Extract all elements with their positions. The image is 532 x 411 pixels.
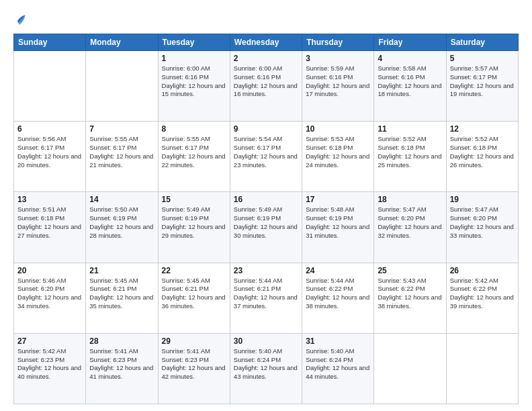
- weekday-header-thursday: Thursday: [302, 34, 374, 51]
- day-info: Sunrise: 5:41 AM Sunset: 6:23 PM Dayligh…: [89, 347, 154, 381]
- calendar-cell: 23Sunrise: 5:44 AM Sunset: 6:21 PM Dayli…: [230, 263, 302, 333]
- week-row-2: 6Sunrise: 5:56 AM Sunset: 6:17 PM Daylig…: [14, 122, 519, 192]
- calendar-cell: 17Sunrise: 5:48 AM Sunset: 6:19 PM Dayli…: [302, 192, 374, 263]
- day-info: Sunrise: 5:44 AM Sunset: 6:21 PM Dayligh…: [234, 277, 298, 311]
- calendar-cell: 2Sunrise: 6:00 AM Sunset: 6:16 PM Daylig…: [230, 51, 302, 122]
- calendar-cell: 1Sunrise: 6:00 AM Sunset: 6:16 PM Daylig…: [158, 51, 230, 122]
- calendar-cell: 13Sunrise: 5:51 AM Sunset: 6:18 PM Dayli…: [14, 192, 86, 263]
- day-number: 13: [17, 195, 82, 204]
- calendar-cell: 4Sunrise: 5:58 AM Sunset: 6:16 PM Daylig…: [374, 51, 446, 122]
- calendar-cell: [14, 51, 86, 122]
- day-info: Sunrise: 5:40 AM Sunset: 6:24 PM Dayligh…: [306, 347, 370, 381]
- weekday-header-monday: Monday: [86, 34, 158, 51]
- day-number: 23: [234, 266, 298, 275]
- calendar-cell: 25Sunrise: 5:43 AM Sunset: 6:22 PM Dayli…: [374, 263, 446, 333]
- calendar-cell: [446, 333, 518, 404]
- day-info: Sunrise: 5:47 AM Sunset: 6:20 PM Dayligh…: [378, 205, 442, 240]
- weekday-header-sunday: Sunday: [14, 34, 86, 51]
- weekday-header-friday: Friday: [374, 34, 446, 51]
- day-info: Sunrise: 5:42 AM Sunset: 6:22 PM Dayligh…: [450, 277, 515, 311]
- day-number: 11: [378, 124, 442, 134]
- day-info: Sunrise: 5:55 AM Sunset: 6:17 PM Dayligh…: [162, 135, 226, 169]
- day-info: Sunrise: 5:41 AM Sunset: 6:23 PM Dayligh…: [162, 347, 226, 381]
- day-number: 8: [162, 124, 226, 134]
- calendar-cell: 18Sunrise: 5:47 AM Sunset: 6:20 PM Dayli…: [374, 192, 446, 263]
- day-info: Sunrise: 5:54 AM Sunset: 6:17 PM Dayligh…: [234, 135, 298, 169]
- day-info: Sunrise: 5:53 AM Sunset: 6:18 PM Dayligh…: [306, 135, 370, 169]
- day-info: Sunrise: 5:52 AM Sunset: 6:18 PM Dayligh…: [450, 135, 515, 169]
- day-info: Sunrise: 6:00 AM Sunset: 6:16 PM Dayligh…: [162, 64, 226, 99]
- day-number: 27: [17, 336, 82, 346]
- calendar-cell: 7Sunrise: 5:55 AM Sunset: 6:17 PM Daylig…: [86, 122, 158, 192]
- day-info: Sunrise: 5:43 AM Sunset: 6:22 PM Dayligh…: [378, 277, 442, 311]
- week-row-1: 1Sunrise: 6:00 AM Sunset: 6:16 PM Daylig…: [14, 51, 519, 122]
- calendar-cell: 15Sunrise: 5:49 AM Sunset: 6:19 PM Dayli…: [158, 192, 230, 263]
- day-number: 28: [89, 336, 154, 346]
- day-info: Sunrise: 5:56 AM Sunset: 6:17 PM Dayligh…: [17, 135, 82, 169]
- calendar-cell: 21Sunrise: 5:45 AM Sunset: 6:21 PM Dayli…: [86, 263, 158, 333]
- calendar-cell: 26Sunrise: 5:42 AM Sunset: 6:22 PM Dayli…: [446, 263, 518, 333]
- day-info: Sunrise: 5:51 AM Sunset: 6:18 PM Dayligh…: [17, 205, 82, 240]
- day-info: Sunrise: 5:50 AM Sunset: 6:19 PM Dayligh…: [89, 205, 154, 240]
- calendar-table: SundayMondayTuesdayWednesdayThursdayFrid…: [13, 34, 519, 404]
- day-number: 17: [306, 195, 370, 204]
- day-number: 9: [234, 124, 298, 134]
- calendar-cell: [374, 333, 446, 404]
- day-number: 3: [306, 54, 370, 63]
- week-row-5: 27Sunrise: 5:42 AM Sunset: 6:23 PM Dayli…: [14, 333, 519, 404]
- day-number: 6: [17, 124, 82, 134]
- day-number: 18: [378, 195, 442, 204]
- calendar-cell: 3Sunrise: 5:59 AM Sunset: 6:16 PM Daylig…: [302, 51, 374, 122]
- day-number: 14: [89, 195, 154, 204]
- day-info: Sunrise: 5:49 AM Sunset: 6:19 PM Dayligh…: [234, 205, 298, 240]
- day-number: 15: [162, 195, 226, 204]
- day-number: 5: [450, 54, 515, 63]
- day-info: Sunrise: 5:59 AM Sunset: 6:16 PM Dayligh…: [306, 64, 370, 99]
- calendar-cell: 31Sunrise: 5:40 AM Sunset: 6:24 PM Dayli…: [302, 333, 374, 404]
- calendar-cell: 5Sunrise: 5:57 AM Sunset: 6:17 PM Daylig…: [446, 51, 518, 122]
- calendar-cell: 19Sunrise: 5:47 AM Sunset: 6:20 PM Dayli…: [446, 192, 518, 263]
- day-number: 16: [234, 195, 298, 204]
- day-info: Sunrise: 5:57 AM Sunset: 6:17 PM Dayligh…: [450, 64, 515, 99]
- calendar-cell: 6Sunrise: 5:56 AM Sunset: 6:17 PM Daylig…: [14, 122, 86, 192]
- calendar-cell: 8Sunrise: 5:55 AM Sunset: 6:17 PM Daylig…: [158, 122, 230, 192]
- weekday-header-saturday: Saturday: [446, 34, 518, 51]
- day-number: 20: [17, 266, 82, 275]
- day-info: Sunrise: 5:44 AM Sunset: 6:22 PM Dayligh…: [306, 277, 370, 311]
- calendar-cell: 30Sunrise: 5:40 AM Sunset: 6:24 PM Dayli…: [230, 333, 302, 404]
- calendar-cell: 28Sunrise: 5:41 AM Sunset: 6:23 PM Dayli…: [86, 333, 158, 404]
- day-info: Sunrise: 5:48 AM Sunset: 6:19 PM Dayligh…: [306, 205, 370, 240]
- calendar-cell: 11Sunrise: 5:52 AM Sunset: 6:18 PM Dayli…: [374, 122, 446, 192]
- day-number: 29: [162, 336, 226, 346]
- day-number: 26: [450, 266, 515, 275]
- logo: [13, 12, 31, 27]
- day-info: Sunrise: 5:45 AM Sunset: 6:21 PM Dayligh…: [89, 277, 154, 311]
- calendar-cell: 22Sunrise: 5:45 AM Sunset: 6:21 PM Dayli…: [158, 263, 230, 333]
- calendar-cell: 20Sunrise: 5:46 AM Sunset: 6:20 PM Dayli…: [14, 263, 86, 333]
- calendar-cell: 10Sunrise: 5:53 AM Sunset: 6:18 PM Dayli…: [302, 122, 374, 192]
- day-number: 22: [162, 266, 226, 275]
- week-row-3: 13Sunrise: 5:51 AM Sunset: 6:18 PM Dayli…: [14, 192, 519, 263]
- weekday-header-row: SundayMondayTuesdayWednesdayThursdayFrid…: [14, 34, 519, 51]
- day-number: 12: [450, 124, 515, 134]
- day-number: 31: [306, 336, 370, 346]
- week-row-4: 20Sunrise: 5:46 AM Sunset: 6:20 PM Dayli…: [14, 263, 519, 333]
- day-info: Sunrise: 6:00 AM Sunset: 6:16 PM Dayligh…: [234, 64, 298, 99]
- day-info: Sunrise: 5:58 AM Sunset: 6:16 PM Dayligh…: [378, 64, 442, 99]
- day-info: Sunrise: 5:42 AM Sunset: 6:23 PM Dayligh…: [17, 347, 82, 381]
- day-number: 7: [89, 124, 154, 134]
- day-info: Sunrise: 5:55 AM Sunset: 6:17 PM Dayligh…: [89, 135, 154, 169]
- day-number: 30: [234, 336, 298, 346]
- day-number: 1: [162, 54, 226, 63]
- calendar-cell: 29Sunrise: 5:41 AM Sunset: 6:23 PM Dayli…: [158, 333, 230, 404]
- day-number: 10: [306, 124, 370, 134]
- calendar-cell: 14Sunrise: 5:50 AM Sunset: 6:19 PM Dayli…: [86, 192, 158, 263]
- day-info: Sunrise: 5:49 AM Sunset: 6:19 PM Dayligh…: [162, 205, 226, 240]
- page: SundayMondayTuesdayWednesdayThursdayFrid…: [0, 0, 532, 411]
- calendar: SundayMondayTuesdayWednesdayThursdayFrid…: [13, 34, 519, 404]
- day-number: 2: [234, 54, 298, 63]
- day-number: 25: [378, 266, 442, 275]
- logo-bird-icon: [13, 12, 28, 27]
- day-info: Sunrise: 5:47 AM Sunset: 6:20 PM Dayligh…: [450, 205, 515, 240]
- calendar-cell: 27Sunrise: 5:42 AM Sunset: 6:23 PM Dayli…: [14, 333, 86, 404]
